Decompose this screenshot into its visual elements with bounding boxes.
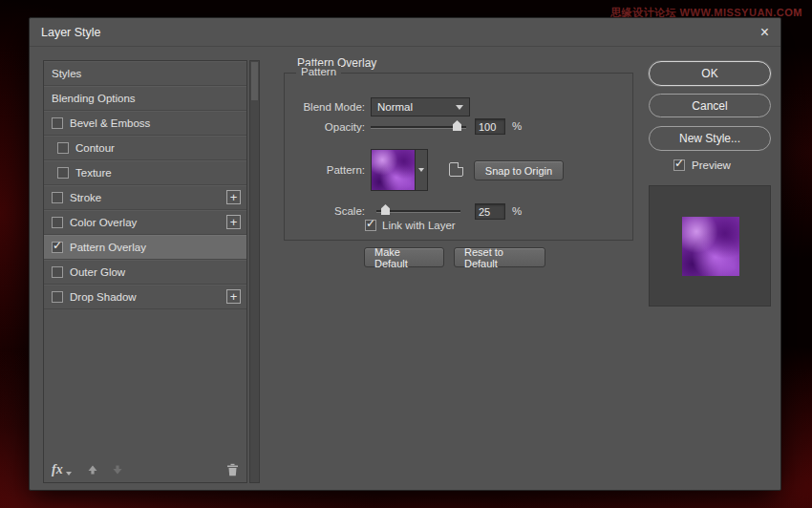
dialog-title: Layer Style bbox=[41, 26, 101, 39]
checkbox[interactable] bbox=[52, 217, 63, 228]
styles-list: Styles Blending Options Bevel & Emboss C… bbox=[43, 60, 247, 483]
pattern-picker-dropdown[interactable] bbox=[415, 150, 427, 190]
sidebar-item-drop-shadow[interactable]: Drop Shadow + bbox=[44, 285, 246, 309]
pattern-swatch-picker[interactable] bbox=[371, 149, 428, 191]
plus-icon: + bbox=[230, 290, 238, 303]
sidebar-item-label: Pattern Overlay bbox=[70, 242, 241, 253]
link-with-layer-label: Link with Layer bbox=[382, 220, 456, 231]
desktop: 思缘设计论坛 WWW.MISSYUAN.COM Layer Style × St… bbox=[0, 0, 812, 508]
add-effect-button[interactable]: + bbox=[226, 215, 241, 229]
sidebar-item-label: Texture bbox=[75, 167, 241, 179]
move-effect-up-button[interactable] bbox=[87, 464, 98, 476]
new-preset-button[interactable] bbox=[449, 162, 463, 177]
check-icon: ✓ bbox=[53, 239, 62, 252]
pattern-thumbnail bbox=[372, 150, 415, 190]
opacity-label: Opacity: bbox=[285, 120, 365, 134]
preview-toggle-row[interactable]: ✓ Preview bbox=[673, 159, 731, 171]
checkbox[interactable] bbox=[57, 142, 69, 154]
opacity-unit: % bbox=[512, 120, 522, 132]
sidebar-item-color-overlay[interactable]: Color Overlay + bbox=[44, 210, 246, 235]
checkbox[interactable] bbox=[52, 266, 63, 278]
sidebar-item-pattern-overlay[interactable]: ✓ Pattern Overlay bbox=[44, 235, 246, 260]
opacity-slider[interactable] bbox=[371, 126, 466, 129]
scale-slider-thumb[interactable] bbox=[381, 204, 390, 215]
snap-to-origin-button[interactable]: Snap to Origin bbox=[474, 160, 564, 180]
checkbox[interactable] bbox=[52, 192, 63, 203]
ok-button[interactable]: OK bbox=[649, 61, 771, 86]
sidebar-item-label: Bevel & Emboss bbox=[70, 117, 241, 129]
sidebar-item-contour[interactable]: Contour bbox=[44, 136, 246, 160]
scrollbar-thumb[interactable] bbox=[251, 62, 258, 100]
sidebar-item-label: Contour bbox=[75, 142, 241, 154]
sidebar-item-label: Drop Shadow bbox=[70, 291, 226, 303]
add-effect-button[interactable]: + bbox=[226, 190, 241, 204]
delete-effect-button[interactable] bbox=[226, 463, 239, 476]
checkbox[interactable]: ✓ bbox=[52, 242, 63, 253]
fx-menu-button[interactable]: fx bbox=[52, 463, 72, 476]
sidebar-item-label: Stroke bbox=[70, 192, 226, 203]
opacity-input[interactable] bbox=[475, 118, 505, 135]
checkbox[interactable] bbox=[57, 167, 69, 179]
layer-style-dialog: Layer Style × Styles Blending Options Be… bbox=[29, 17, 781, 491]
scale-slider[interactable] bbox=[376, 210, 460, 213]
reset-to-default-button[interactable]: Reset to Default bbox=[454, 247, 545, 267]
pattern-label: Pattern: bbox=[285, 163, 365, 177]
dialog-titlebar[interactable]: Layer Style × bbox=[30, 18, 780, 47]
make-default-button[interactable]: Make Default bbox=[364, 247, 444, 267]
plus-icon: + bbox=[230, 191, 238, 203]
cancel-button[interactable]: Cancel bbox=[649, 94, 771, 117]
style-preview-thumbnail bbox=[682, 217, 739, 276]
blend-mode-label: Blend Mode: bbox=[285, 100, 365, 114]
link-with-layer-row[interactable]: ✓ Link with Layer bbox=[365, 220, 456, 231]
sidebar-item-label: Blending Options bbox=[52, 93, 241, 104]
sidebar-item-label: Color Overlay bbox=[70, 217, 226, 228]
preview-label: Preview bbox=[692, 159, 731, 171]
styles-list-scrollbar[interactable] bbox=[249, 60, 260, 483]
sidebar-item-outer-glow[interactable]: Outer Glow bbox=[44, 260, 246, 285]
arrow-down-icon bbox=[112, 464, 123, 476]
check-icon: ✓ bbox=[674, 157, 684, 170]
scale-unit: % bbox=[512, 205, 522, 217]
sidebar-item-texture[interactable]: Texture bbox=[44, 160, 246, 185]
checkbox[interactable] bbox=[52, 291, 63, 303]
opacity-slider-thumb[interactable] bbox=[453, 120, 461, 131]
scale-label: Scale: bbox=[285, 204, 365, 218]
styles-list-footer: fx bbox=[44, 457, 246, 482]
chevron-down-icon bbox=[418, 168, 424, 172]
trash-icon bbox=[226, 463, 239, 476]
sidebar-item-styles[interactable]: Styles bbox=[44, 61, 246, 86]
close-button[interactable]: × bbox=[760, 25, 769, 40]
group-label: Pattern bbox=[296, 66, 341, 77]
new-style-button[interactable]: New Style... bbox=[649, 126, 771, 151]
blend-mode-value: Normal bbox=[377, 101, 456, 113]
sidebar-item-bevel-emboss[interactable]: Bevel & Emboss bbox=[44, 111, 246, 136]
style-preview-area bbox=[649, 185, 771, 307]
blend-mode-select[interactable]: Normal bbox=[371, 97, 470, 116]
arrow-up-icon bbox=[87, 464, 98, 476]
scale-input[interactable] bbox=[475, 203, 505, 220]
sidebar-item-label: Styles bbox=[52, 68, 241, 79]
fx-icon: fx bbox=[52, 463, 63, 476]
sidebar-item-stroke[interactable]: Stroke + bbox=[44, 185, 246, 210]
sidebar-item-blending-options[interactable]: Blending Options bbox=[44, 86, 246, 111]
link-with-layer-checkbox[interactable]: ✓ bbox=[365, 220, 376, 231]
plus-icon: + bbox=[230, 216, 238, 228]
add-effect-button[interactable]: + bbox=[226, 289, 241, 304]
check-icon: ✓ bbox=[366, 217, 375, 230]
move-effect-down-button[interactable] bbox=[112, 464, 123, 476]
sidebar-item-label: Outer Glow bbox=[70, 266, 241, 278]
preview-checkbox[interactable]: ✓ bbox=[673, 159, 685, 171]
chevron-down-icon bbox=[456, 105, 463, 110]
chevron-down-icon bbox=[66, 472, 72, 476]
pattern-group: Pattern Blend Mode: Normal Opacity: % Pa… bbox=[284, 73, 633, 241]
checkbox[interactable] bbox=[52, 117, 63, 129]
